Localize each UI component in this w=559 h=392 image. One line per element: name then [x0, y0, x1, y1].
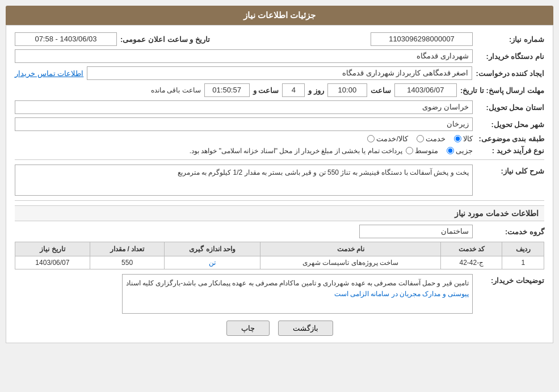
buyer-org-value: شهرداری قدمگاه — [15, 49, 473, 63]
category-radio-group: کالا/خدمت خدمت کالا — [367, 134, 473, 143]
process-radio-group: متوسط جزیی — [406, 146, 473, 155]
col-header-row: ردیف — [502, 242, 544, 256]
process-option-medium[interactable]: متوسط — [406, 146, 438, 155]
contact-link[interactable]: اطلاعات تماس خریدار — [15, 69, 83, 78]
process-option-partial[interactable]: جزیی — [447, 146, 473, 155]
category-option-goods[interactable]: کالا — [454, 134, 473, 143]
deadline-days-value: 4 — [282, 83, 305, 97]
process-partial-label: جزیی — [456, 146, 473, 155]
page-title: جزئیات اطلاعات نیاز — [6, 6, 553, 25]
col-header-date: تاریخ نیاز — [15, 242, 90, 256]
category-service-label: خدمت — [426, 134, 445, 143]
services-section-title: اطلاعات خدمات مورد نیاز — [15, 205, 544, 221]
table-cell: 1403/06/07 — [15, 256, 90, 269]
remaining-time-value: 01:50:57 — [204, 83, 250, 97]
process-type-label: نوع فرآیند خرید : — [476, 146, 544, 155]
category-goods-service-radio[interactable] — [367, 135, 375, 142]
table-cell: ج-42-42 — [441, 256, 502, 269]
deadline-time-label: ساعت — [371, 86, 391, 95]
delivery-province-value: خراسان رضوی — [15, 100, 473, 114]
category-option-service[interactable]: خدمت — [417, 134, 445, 143]
category-goods-label: کالا — [463, 134, 473, 143]
remaining-label: ساعت باقی مانده — [151, 86, 201, 94]
table-cell: 550 — [90, 256, 165, 269]
process-partial-radio[interactable] — [447, 147, 454, 154]
delivery-city-label: شهر محل تحویل: — [476, 120, 544, 129]
services-table: ردیف کد خدمت نام خدمت واحد اندازه گیری ت… — [15, 242, 544, 269]
date-value: 1403/06/03 - 07:58 — [15, 32, 117, 46]
deadline-label: مهلت ارسال پاسخ: تا تاریخ: — [460, 86, 544, 95]
buyer-notes-value: تامین قیر و حمل آسفالت مصرفی به عهده شهر… — [122, 274, 473, 314]
deadline-time-value: 10:00 — [327, 83, 367, 97]
need-number-value: 1103096298000007 — [371, 32, 473, 46]
col-header-name: نام خدمت — [260, 242, 441, 256]
col-header-code: کد خدمت — [441, 242, 502, 256]
buyer-notes-label: توضیحات خریدار: — [476, 274, 544, 285]
service-group-value: ساختمان — [359, 225, 473, 238]
process-medium-label: متوسط — [415, 146, 438, 155]
table-cell: 1 — [502, 256, 544, 269]
category-label: طبقه بندی موضوعی: — [476, 134, 544, 143]
buyer-org-label: نام دستگاه خریدار: — [476, 52, 544, 61]
date-label: تاریخ و ساعت اعلان عمومی: — [120, 35, 210, 44]
deadline-days-label: روز و — [308, 86, 324, 95]
col-header-qty: تعداد / مقدار — [90, 242, 165, 256]
print-button[interactable]: چاپ — [226, 321, 270, 336]
process-description: پرداخت تمام یا بخشی از مبلغ خریدار از مح… — [15, 147, 402, 155]
table-cell: ساخت پروژه‌های تاسیسات شهری — [260, 256, 441, 269]
need-description-label: شرح کلی نیاز: — [476, 165, 544, 175]
category-service-radio[interactable] — [417, 135, 424, 142]
col-header-unit: واحد اندازه گیری — [165, 242, 260, 256]
process-medium-radio[interactable] — [406, 147, 413, 154]
requester-value: اصغر قدمگاهی کاربرداز شهرداری قدمگاه — [87, 66, 472, 80]
need-description-value: پخت و پخش آسفالت با دستگاه فینیشر به تنا… — [15, 165, 473, 196]
buyer-notes-line2: پیوستی و مدارک مجریان در سامانه الزامی ا… — [334, 290, 469, 298]
delivery-city-value: زیرخان — [15, 117, 473, 131]
category-option-goods-service[interactable]: کالا/خدمت — [367, 134, 408, 143]
remaining-time-label-text: ساعت و — [253, 86, 279, 95]
service-group-label: گروه خدمت: — [476, 227, 544, 236]
need-number-label: شماره نیاز: — [476, 35, 544, 44]
deadline-date-value: 1403/06/07 — [394, 83, 457, 97]
table-row: 1ج-42-42ساخت پروژه‌های تاسیسات شهریتن550… — [15, 256, 544, 269]
back-button[interactable]: بازگشت — [278, 321, 333, 336]
category-goods-service-label: کالا/خدمت — [376, 134, 408, 143]
category-goods-radio[interactable] — [454, 135, 461, 142]
buttons-row: بازگشت چاپ — [15, 321, 544, 336]
table-cell: تن — [165, 256, 260, 269]
buyer-notes-line1: تامین قیر و حمل آسفالت مصرفی به عهده شهر… — [126, 279, 469, 287]
delivery-province-label: استان محل تحویل: — [476, 103, 544, 112]
requester-label: ایجاد کننده درخواست: — [476, 69, 544, 78]
